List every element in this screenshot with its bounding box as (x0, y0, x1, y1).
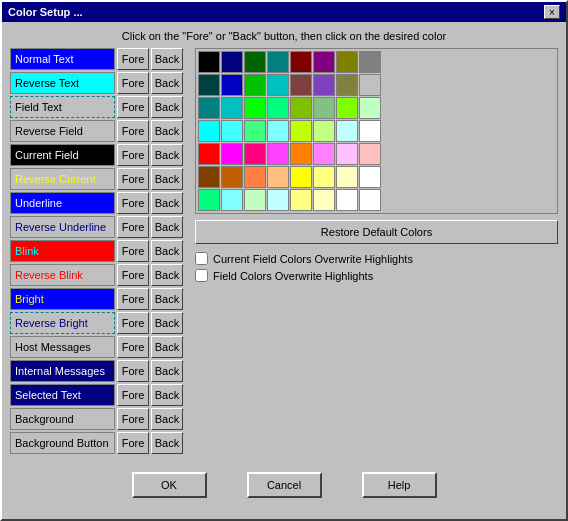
fore-button[interactable]: Fore (117, 216, 149, 238)
palette-color-10[interactable] (244, 74, 266, 96)
back-button[interactable]: Back (151, 240, 183, 262)
palette-color-20[interactable] (290, 97, 312, 119)
palette-color-46[interactable] (336, 166, 358, 188)
back-button[interactable]: Back (151, 432, 183, 454)
palette-color-45[interactable] (313, 166, 335, 188)
close-button[interactable]: × (544, 5, 560, 19)
palette-color-2[interactable] (244, 51, 266, 73)
back-button[interactable]: Back (151, 408, 183, 430)
fore-button[interactable]: Fore (117, 240, 149, 262)
palette-color-33[interactable] (221, 143, 243, 165)
palette-color-18[interactable] (244, 97, 266, 119)
palette-color-42[interactable] (244, 166, 266, 188)
palette-color-53[interactable] (313, 189, 335, 211)
palette-color-55[interactable] (359, 189, 381, 211)
back-button[interactable]: Back (151, 168, 183, 190)
row-label-host-messages: Host Messages (10, 336, 115, 358)
palette-color-27[interactable] (267, 120, 289, 142)
palette-color-26[interactable] (244, 120, 266, 142)
palette-color-11[interactable] (267, 74, 289, 96)
restore-button[interactable]: Restore Default Colors (195, 220, 558, 244)
palette-color-21[interactable] (313, 97, 335, 119)
palette-color-48[interactable] (198, 189, 220, 211)
palette-color-5[interactable] (313, 51, 335, 73)
back-button[interactable]: Back (151, 96, 183, 118)
palette-color-40[interactable] (198, 166, 220, 188)
palette-color-16[interactable] (198, 97, 220, 119)
current-field-checkbox[interactable] (195, 252, 208, 265)
palette-color-38[interactable] (336, 143, 358, 165)
palette-color-32[interactable] (198, 143, 220, 165)
palette-color-12[interactable] (290, 74, 312, 96)
palette-color-52[interactable] (290, 189, 312, 211)
fore-button[interactable]: Fore (117, 360, 149, 382)
palette-color-3[interactable] (267, 51, 289, 73)
palette-color-51[interactable] (267, 189, 289, 211)
palette-color-0[interactable] (198, 51, 220, 73)
palette-color-28[interactable] (290, 120, 312, 142)
back-button[interactable]: Back (151, 264, 183, 286)
fore-button[interactable]: Fore (117, 120, 149, 142)
palette-color-7[interactable] (359, 51, 381, 73)
fore-button[interactable]: Fore (117, 312, 149, 334)
fore-button[interactable]: Fore (117, 72, 149, 94)
palette-color-36[interactable] (290, 143, 312, 165)
palette-color-19[interactable] (267, 97, 289, 119)
back-button[interactable]: Back (151, 72, 183, 94)
back-button[interactable]: Back (151, 120, 183, 142)
back-button[interactable]: Back (151, 336, 183, 358)
palette-color-43[interactable] (267, 166, 289, 188)
back-button[interactable]: Back (151, 48, 183, 70)
palette-color-17[interactable] (221, 97, 243, 119)
back-button[interactable]: Back (151, 312, 183, 334)
help-button[interactable]: Help (362, 472, 437, 498)
palette-color-50[interactable] (244, 189, 266, 211)
palette-color-49[interactable] (221, 189, 243, 211)
fore-button[interactable]: Fore (117, 168, 149, 190)
palette-color-35[interactable] (267, 143, 289, 165)
palette-color-14[interactable] (336, 74, 358, 96)
field-colors-checkbox[interactable] (195, 269, 208, 282)
palette-color-31[interactable] (359, 120, 381, 142)
palette-color-29[interactable] (313, 120, 335, 142)
palette-color-8[interactable] (198, 74, 220, 96)
palette-color-6[interactable] (336, 51, 358, 73)
palette-color-41[interactable] (221, 166, 243, 188)
fore-button[interactable]: Fore (117, 408, 149, 430)
fore-button[interactable]: Fore (117, 288, 149, 310)
fore-button[interactable]: Fore (117, 336, 149, 358)
back-button[interactable]: Back (151, 384, 183, 406)
fore-button[interactable]: Fore (117, 96, 149, 118)
fore-button[interactable]: Fore (117, 192, 149, 214)
palette-color-39[interactable] (359, 143, 381, 165)
palette-color-34[interactable] (244, 143, 266, 165)
fore-button[interactable]: Fore (117, 264, 149, 286)
palette-color-22[interactable] (336, 97, 358, 119)
palette-color-4[interactable] (290, 51, 312, 73)
back-button[interactable]: Back (151, 360, 183, 382)
back-button[interactable]: Back (151, 144, 183, 166)
back-button[interactable]: Back (151, 288, 183, 310)
palette-color-13[interactable] (313, 74, 335, 96)
palette-color-37[interactable] (313, 143, 335, 165)
palette-color-15[interactable] (359, 74, 381, 96)
fore-button[interactable]: Fore (117, 432, 149, 454)
row-label-background: Background (10, 408, 115, 430)
palette-color-47[interactable] (359, 166, 381, 188)
fore-button[interactable]: Fore (117, 144, 149, 166)
palette-color-44[interactable] (290, 166, 312, 188)
fore-button[interactable]: Fore (117, 48, 149, 70)
palette-color-9[interactable] (221, 74, 243, 96)
palette-color-54[interactable] (336, 189, 358, 211)
fore-button[interactable]: Fore (117, 384, 149, 406)
palette-color-23[interactable] (359, 97, 381, 119)
palette-color-24[interactable] (198, 120, 220, 142)
palette-color-30[interactable] (336, 120, 358, 142)
current-field-checkbox-row: Current Field Colors Overwrite Highlight… (195, 252, 558, 265)
back-button[interactable]: Back (151, 216, 183, 238)
palette-color-25[interactable] (221, 120, 243, 142)
palette-color-1[interactable] (221, 51, 243, 73)
back-button[interactable]: Back (151, 192, 183, 214)
ok-button[interactable]: OK (132, 472, 207, 498)
cancel-button[interactable]: Cancel (247, 472, 322, 498)
